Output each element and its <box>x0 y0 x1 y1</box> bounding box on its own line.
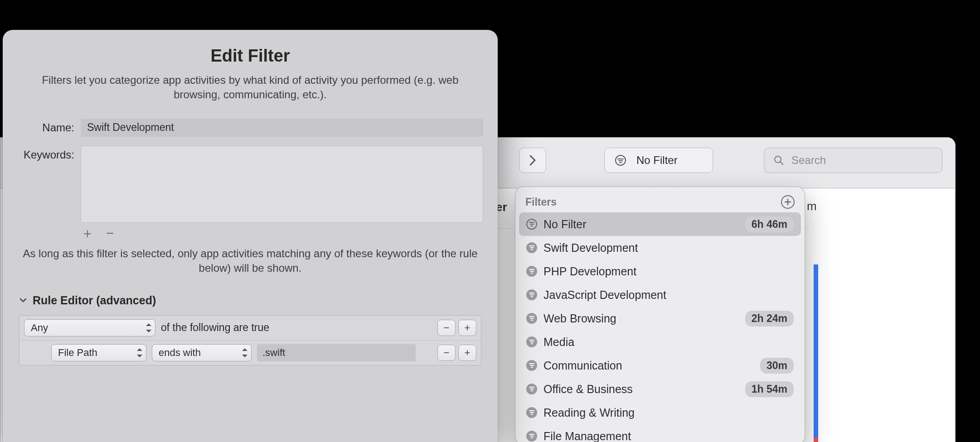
rule-operator-value: ends with <box>159 347 201 359</box>
filter-row-time: 2h 24m <box>745 311 794 327</box>
search-placeholder: Search <box>791 154 826 167</box>
rule-scope-value: Any <box>31 322 48 334</box>
rule-operator-select[interactable]: ends with <box>152 344 252 361</box>
rule-editor-header: Rule Editor (advanced) <box>33 294 156 307</box>
filter-row[interactable]: Communication30m <box>519 354 801 377</box>
svg-line-5 <box>780 162 783 164</box>
name-field[interactable]: Swift Development <box>81 119 483 137</box>
filter-icon <box>526 407 537 418</box>
category-bar-red <box>814 437 818 442</box>
filter-row-label: Office & Business <box>543 383 739 396</box>
search-field[interactable]: Search <box>764 148 942 173</box>
filter-icon <box>526 242 537 253</box>
filter-icon <box>526 219 537 230</box>
category-bar-blue <box>814 264 818 442</box>
filter-icon <box>526 360 537 371</box>
filter-row-label: Web Browsing <box>543 312 739 325</box>
rule-child-row: File Path ends with .swift − + <box>19 341 481 365</box>
filter-row-label: File Management <box>543 430 794 442</box>
filter-row[interactable]: File Management <box>519 424 801 442</box>
filter-row[interactable]: No Filter6h 46m <box>519 212 801 236</box>
sheet-subtitle: Filters let you categorize app activitie… <box>20 73 480 102</box>
chevron-right-icon <box>529 154 537 167</box>
filter-row[interactable]: Web Browsing2h 24m <box>519 307 801 330</box>
rule-attribute-select[interactable]: File Path <box>51 344 146 361</box>
filter-icon <box>526 431 537 442</box>
filter-row[interactable]: Media <box>519 330 801 354</box>
filter-icon <box>526 266 537 277</box>
rule-value-text: .swift <box>262 347 285 359</box>
edit-filter-sheet: Edit Filter Filters let you categorize a… <box>3 30 498 442</box>
keyword-remove-button[interactable]: − <box>106 226 114 240</box>
filter-dropdown-button[interactable]: No Filter <box>604 148 713 173</box>
filter-row-time: 1h 54m <box>745 381 794 397</box>
rule-scope-select[interactable]: Any <box>24 319 155 336</box>
filter-row-label: Communication <box>543 359 754 372</box>
filter-icon <box>526 384 537 394</box>
filter-dropdown-label: No Filter <box>636 154 678 167</box>
filter-icon <box>526 289 537 300</box>
rule-scope-suffix: of the following are true <box>161 322 269 334</box>
rule-attribute-value: File Path <box>58 347 97 359</box>
filter-row[interactable]: PHP Development <box>519 259 801 283</box>
filters-popover: Filters No Filter6h 46mSwift Development… <box>515 187 805 442</box>
keyword-add-button[interactable]: ＋ <box>81 226 94 240</box>
keywords-box[interactable] <box>81 146 483 223</box>
filter-icon <box>526 313 537 324</box>
rule-value-field[interactable]: .swift <box>257 344 416 361</box>
filter-row[interactable]: Office & Business1h 54m <box>519 377 801 401</box>
search-icon <box>773 155 784 166</box>
rule-root-row: Any of the following are true − + <box>19 316 481 341</box>
disclosure-toggle[interactable] <box>19 296 27 304</box>
filter-row-label: Reading & Writing <box>543 406 794 419</box>
sheet-title: Edit Filter <box>3 30 498 66</box>
filter-row-time: 30m <box>760 358 794 374</box>
filter-row-label: PHP Development <box>543 265 794 278</box>
plus-icon <box>784 198 791 206</box>
rule-child-remove-button[interactable]: − <box>437 345 456 361</box>
rule-root-remove-button[interactable]: − <box>437 320 456 336</box>
add-filter-button[interactable] <box>781 195 795 209</box>
filter-row-label: Swift Development <box>543 241 794 255</box>
filter-icon <box>615 154 626 166</box>
filter-row-label: No Filter <box>543 218 739 231</box>
name-field-value: Swift Development <box>87 121 174 134</box>
filter-row-time: 6h 46m <box>745 216 794 232</box>
keywords-helper: As long as this filter is selected, only… <box>20 246 480 276</box>
filter-list: No Filter6h 46mSwift DevelopmentPHP Deve… <box>515 212 805 442</box>
nav-forward-button[interactable] <box>519 148 546 173</box>
edge-letter: m <box>807 199 817 213</box>
filter-row[interactable]: JavaScript Development <box>519 283 801 307</box>
filter-icon <box>526 336 537 347</box>
filter-row-label: JavaScript Development <box>543 288 794 302</box>
rule-root-add-button[interactable]: + <box>458 320 476 336</box>
keywords-label: Keywords: <box>17 146 81 161</box>
filter-row[interactable]: Swift Development <box>519 236 801 259</box>
popover-title: Filters <box>525 196 557 208</box>
name-label: Name: <box>17 119 81 134</box>
filter-row-label: Media <box>543 336 794 349</box>
chevron-down-icon <box>19 296 27 304</box>
rule-editor: Any of the following are true − + File P… <box>19 315 481 365</box>
filter-row[interactable]: Reading & Writing <box>519 401 801 424</box>
rule-child-add-button[interactable]: + <box>458 345 476 361</box>
